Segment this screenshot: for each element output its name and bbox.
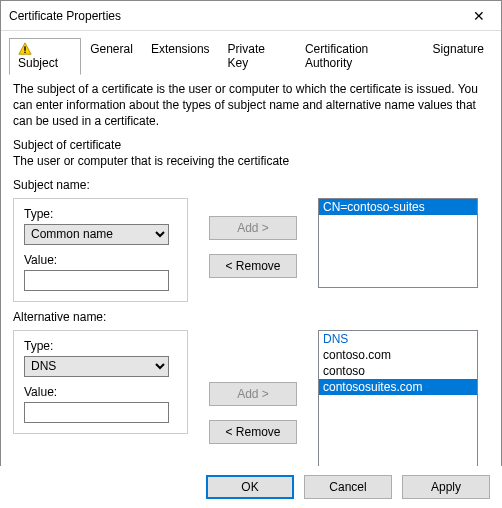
tab-cert-authority-label: Certification Authority [305, 42, 368, 70]
subject-add-button[interactable]: Add > [209, 216, 297, 240]
tab-extensions-label: Extensions [151, 42, 210, 56]
cancel-button[interactable]: Cancel [304, 475, 392, 499]
altname-list-header: DNS [319, 331, 477, 347]
altname-list-wrap: DNS contoso.com contoso contososuites.co… [318, 330, 480, 485]
tab-strip: Subject General Extensions Private Key C… [9, 37, 493, 75]
subject-name-label: Subject name: [13, 178, 489, 192]
close-icon: ✕ [473, 8, 485, 24]
subject-subtext: The user or computer that is receiving t… [13, 154, 489, 168]
tab-extensions[interactable]: Extensions [142, 38, 219, 75]
altname-listbox[interactable]: DNS contoso.com contoso contososuites.co… [318, 330, 478, 468]
tab-signature-label: Signature [433, 42, 484, 56]
svg-rect-1 [24, 46, 25, 50]
altname-add-button[interactable]: Add > [209, 382, 297, 406]
altname-remove-button[interactable]: < Remove [209, 420, 297, 444]
subject-value-label: Value: [24, 253, 177, 267]
subject-list-item[interactable]: CN=contoso-suites [319, 199, 477, 215]
altname-list-item[interactable]: contoso [319, 363, 477, 379]
tab-private-key-label: Private Key [228, 42, 265, 70]
tab-cert-authority[interactable]: Certification Authority [296, 38, 424, 75]
description-text: The subject of a certificate is the user… [13, 81, 489, 130]
tab-signature[interactable]: Signature [424, 38, 493, 75]
altname-label: Alternative name: [13, 310, 489, 324]
titlebar: Certificate Properties ✕ [1, 1, 501, 31]
subject-type-select[interactable]: Common name [24, 224, 169, 245]
altname-type-select[interactable]: DNS [24, 356, 169, 377]
close-button[interactable]: ✕ [456, 1, 501, 30]
tab-general-label: General [90, 42, 133, 56]
tab-subject-label: Subject [18, 56, 58, 70]
subject-name-panel: Type: Common name Value: [13, 198, 188, 302]
subject-heading: Subject of certificate [13, 138, 489, 152]
tab-general[interactable]: General [81, 38, 142, 75]
apply-button[interactable]: Apply [402, 475, 490, 499]
tab-private-key[interactable]: Private Key [219, 38, 296, 75]
tab-content: The subject of a certificate is the user… [1, 75, 501, 485]
svg-rect-2 [24, 52, 25, 53]
altname-list-item[interactable]: contososuites.com [319, 379, 477, 395]
subject-listbox[interactable]: CN=contoso-suites [318, 198, 478, 288]
subject-name-row: Type: Common name Value: Add > < Remove … [13, 198, 489, 302]
dialog-footer: OK Cancel Apply [0, 466, 502, 508]
subject-buttons-col: Add > < Remove [198, 198, 308, 278]
warning-icon [18, 42, 32, 56]
altname-buttons-col: Add > < Remove [198, 330, 308, 444]
tab-subject[interactable]: Subject [9, 38, 81, 75]
subject-remove-button[interactable]: < Remove [209, 254, 297, 278]
subject-value-input[interactable] [24, 270, 169, 291]
window-title: Certificate Properties [9, 9, 121, 23]
ok-button[interactable]: OK [206, 475, 294, 499]
subject-type-label: Type: [24, 207, 177, 221]
altname-type-label: Type: [24, 339, 177, 353]
altname-list-item[interactable]: contoso.com [319, 347, 477, 363]
altname-panel: Type: DNS Value: [13, 330, 188, 434]
altname-value-input[interactable] [24, 402, 169, 423]
altname-row: Type: DNS Value: Add > < Remove DNS cont… [13, 330, 489, 485]
altname-value-label: Value: [24, 385, 177, 399]
